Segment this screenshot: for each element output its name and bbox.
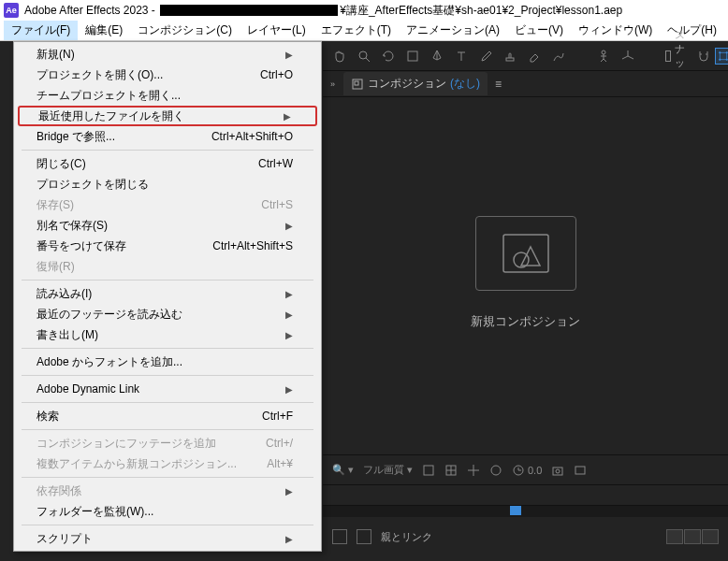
playhead[interactable] bbox=[510, 506, 523, 517]
menu-layer[interactable]: レイヤー(L) bbox=[240, 21, 313, 40]
menu-item-label: 保存(S) bbox=[36, 197, 74, 213]
menu-composition[interactable]: コンポジション(C) bbox=[130, 21, 240, 40]
svg-point-21 bbox=[726, 59, 728, 61]
submenu-arrow-icon: ▶ bbox=[285, 289, 293, 299]
mask-icon[interactable] bbox=[489, 464, 502, 477]
menu-item[interactable]: 新規(N)▶ bbox=[14, 44, 321, 65]
snapshot-icon[interactable] bbox=[551, 464, 564, 477]
menu-item[interactable]: プロジェクトを閉じる bbox=[14, 174, 321, 194]
new-composition-button[interactable] bbox=[475, 216, 576, 291]
submenu-arrow-icon: ▶ bbox=[285, 309, 293, 320]
stamp-tool-icon[interactable] bbox=[502, 48, 517, 65]
menu-item-label: 読み込み(I) bbox=[36, 286, 92, 302]
new-comp-icon bbox=[502, 234, 549, 273]
switch-button[interactable] bbox=[684, 529, 701, 544]
time-display[interactable]: 0.0 bbox=[512, 464, 542, 477]
panel-caret-icon[interactable]: » bbox=[330, 79, 343, 89]
snap-checkbox[interactable] bbox=[665, 50, 671, 62]
menu-item[interactable]: 別名で保存(S)▶ bbox=[14, 215, 321, 236]
switch-button[interactable] bbox=[702, 529, 719, 544]
menu-animation[interactable]: アニメーション(A) bbox=[399, 21, 507, 40]
menu-item-label: 最近のフッテージを読み込む bbox=[36, 307, 182, 323]
menu-window[interactable]: ウィンドウ(W) bbox=[571, 21, 660, 40]
menu-item[interactable]: 書き出し(M)▶ bbox=[14, 324, 321, 345]
menu-item-label: Adobe からフォントを追加... bbox=[36, 354, 182, 370]
menu-item-label: Adobe Dynamic Link bbox=[36, 382, 139, 396]
menu-item-label: スクリプト bbox=[36, 531, 93, 547]
menu-item[interactable]: 検索Ctrl+F bbox=[14, 406, 321, 426]
menu-item: 復帰(R) bbox=[14, 256, 321, 277]
menu-item[interactable]: 番号をつけて保存Ctrl+Alt+Shift+S bbox=[14, 236, 321, 256]
menu-item[interactable]: スクリプト▶ bbox=[14, 528, 321, 549]
svg-point-0 bbox=[359, 51, 367, 59]
show-snapshot-icon[interactable] bbox=[574, 464, 587, 477]
rotate-tool-icon[interactable] bbox=[381, 48, 396, 65]
magnet-icon[interactable] bbox=[696, 48, 711, 65]
menu-item-label: 最近使用したファイルを開く bbox=[38, 108, 184, 124]
timeline-shy-icon[interactable] bbox=[332, 529, 347, 544]
grid-icon[interactable] bbox=[444, 464, 458, 477]
menu-shortcut: Alt+¥ bbox=[267, 457, 293, 470]
menu-item[interactable]: Adobe からフォントを追加... bbox=[14, 352, 321, 372]
menu-item[interactable]: プロジェクトを開く(O)...Ctrl+O bbox=[14, 65, 321, 85]
menu-item-label: 書き出し(M) bbox=[36, 327, 98, 343]
menu-separator bbox=[22, 348, 313, 349]
menu-item: 依存関係▶ bbox=[14, 481, 321, 501]
menu-item[interactable]: 読み込み(I)▶ bbox=[14, 283, 321, 304]
parent-link-label: 親とリンク bbox=[381, 530, 432, 544]
local-axis-icon[interactable] bbox=[620, 48, 635, 65]
brush-tool-icon[interactable] bbox=[478, 48, 493, 65]
svg-point-32 bbox=[491, 466, 501, 475]
eraser-tool-icon[interactable] bbox=[527, 48, 542, 65]
roto-tool-icon[interactable] bbox=[551, 48, 566, 65]
hand-tool-icon[interactable] bbox=[332, 48, 347, 65]
guides-icon[interactable] bbox=[467, 464, 480, 477]
menu-shortcut: Ctrl+Alt+Shift+O bbox=[211, 130, 293, 143]
switch-button[interactable] bbox=[666, 529, 683, 544]
panel-menu-icon[interactable]: ≡ bbox=[495, 78, 502, 91]
svg-point-19 bbox=[726, 51, 728, 53]
snap-bounds-icon[interactable] bbox=[715, 48, 728, 65]
submenu-arrow-icon: ▶ bbox=[285, 50, 293, 60]
magnification-dropdown[interactable]: 🔍▾ bbox=[332, 464, 354, 477]
menu-file[interactable]: ファイル(F) bbox=[4, 21, 78, 40]
menu-item: コンポジションにフッテージを追加Ctrl+/ bbox=[14, 433, 321, 453]
channel-icon[interactable] bbox=[422, 464, 435, 477]
svg-rect-26 bbox=[424, 466, 433, 475]
menu-item-label: 依存関係 bbox=[36, 483, 81, 499]
svg-rect-36 bbox=[553, 468, 562, 475]
menu-item-label: 復帰(R) bbox=[36, 259, 75, 275]
menu-separator bbox=[22, 525, 313, 525]
tab-prefix: コンポジション bbox=[368, 76, 446, 92]
resolution-dropdown[interactable]: フル画質▾ bbox=[363, 463, 413, 477]
text-tool-icon[interactable] bbox=[454, 48, 469, 65]
composition-tab[interactable]: コンポジション (なし) bbox=[343, 72, 488, 95]
pen-tool-icon[interactable] bbox=[430, 48, 444, 65]
puppet-tool-icon[interactable] bbox=[596, 48, 611, 65]
shape-tool-icon[interactable] bbox=[405, 48, 420, 65]
menu-item-label: 番号をつけて保存 bbox=[36, 238, 126, 254]
menu-item-label: プロジェクトを開く(O)... bbox=[36, 67, 163, 83]
app-icon: Ae bbox=[4, 3, 19, 18]
menu-item[interactable]: チームプロジェクトを開く... bbox=[14, 85, 321, 106]
menu-effect[interactable]: エフェクト(T) bbox=[313, 21, 399, 40]
svg-point-37 bbox=[556, 469, 560, 473]
timeline-ruler[interactable] bbox=[323, 506, 728, 517]
zoom-tool-icon[interactable] bbox=[357, 48, 371, 65]
svg-line-14 bbox=[622, 56, 628, 59]
svg-rect-2 bbox=[408, 51, 417, 61]
menu-item[interactable]: Adobe Dynamic Link▶ bbox=[14, 379, 321, 399]
menu-item[interactable]: Bridge で参照...Ctrl+Alt+Shift+O bbox=[14, 126, 321, 147]
menu-item[interactable]: 最近使用したファイルを開く▶ bbox=[18, 106, 317, 126]
menu-edit[interactable]: 編集(E) bbox=[78, 21, 130, 40]
menu-view[interactable]: ビュー(V) bbox=[507, 21, 571, 40]
menu-item-label: プロジェクトを閉じる bbox=[36, 177, 149, 193]
menu-item[interactable]: フォルダーを監視(W)... bbox=[14, 501, 321, 522]
timeline-lock-icon[interactable] bbox=[357, 529, 371, 544]
menu-item[interactable]: 閉じる(C)Ctrl+W bbox=[14, 153, 321, 174]
file-dropdown: 新規(N)▶プロジェクトを開く(O)...Ctrl+Oチームプロジェクトを開く.… bbox=[13, 41, 322, 552]
menu-item[interactable]: 最近のフッテージを読み込む▶ bbox=[14, 304, 321, 324]
svg-rect-38 bbox=[575, 467, 585, 474]
submenu-arrow-icon: ▶ bbox=[284, 111, 291, 122]
svg-rect-23 bbox=[355, 81, 358, 85]
